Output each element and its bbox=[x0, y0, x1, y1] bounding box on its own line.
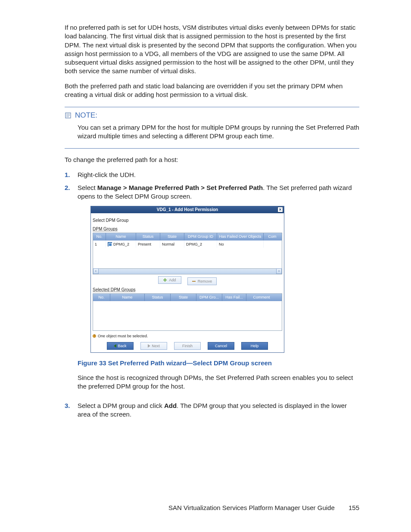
cell-groupid: DPMG_2 bbox=[184, 241, 217, 248]
step-text: Right-click the UDH. bbox=[78, 171, 359, 179]
text-run: Select a DPM group and click bbox=[78, 402, 164, 409]
table-header: No. Name Status State DPM Group ID Has F… bbox=[93, 233, 282, 240]
scroll-left-icon[interactable]: ‹ bbox=[93, 268, 99, 274]
col-groupid[interactable]: DPM Gro... bbox=[196, 294, 222, 301]
paragraph: Since the host is recognized through DPM… bbox=[78, 373, 359, 391]
table-row[interactable]: 1 DPMG_2 Present Normal DPMG_2 No bbox=[93, 240, 282, 248]
cell-failedover: No bbox=[217, 241, 264, 248]
help-label: Help bbox=[251, 343, 259, 348]
text-run: Select bbox=[78, 184, 97, 191]
divider bbox=[65, 148, 359, 149]
validation-message: One object must be selected. bbox=[93, 333, 282, 339]
minus-icon bbox=[192, 281, 196, 282]
col-comment[interactable]: Com bbox=[264, 233, 281, 240]
table-blank bbox=[93, 301, 282, 330]
scroll-right-icon[interactable]: › bbox=[276, 268, 282, 274]
cell-name-text: DPMG_2 bbox=[113, 242, 129, 246]
col-failedover[interactable]: Has Failed Over Objects bbox=[217, 233, 264, 240]
ordered-list: Right-click the UDH. Select Manage > Man… bbox=[65, 171, 359, 419]
note-heading: NOTE: bbox=[65, 111, 359, 121]
col-comment[interactable]: Comment bbox=[246, 294, 277, 301]
footer-title: SAN Virtualization Services Platform Man… bbox=[168, 504, 335, 511]
finish-button[interactable]: Finish bbox=[174, 342, 201, 350]
finish-label: Finish bbox=[182, 343, 193, 348]
next-label: Next bbox=[152, 343, 160, 348]
col-state[interactable]: State bbox=[160, 233, 184, 240]
next-button[interactable]: Next bbox=[140, 342, 167, 350]
cell-comment bbox=[264, 241, 281, 248]
warning-text: One object must be selected. bbox=[98, 333, 148, 339]
col-failedover[interactable]: Has Fail... bbox=[222, 294, 246, 301]
cancel-label: Cancel bbox=[215, 343, 227, 348]
dialog-window: VDG_1 - Add Host Permission × Select DPM… bbox=[90, 206, 284, 352]
page-footer: SAN Virtualization Services Platform Man… bbox=[0, 504, 411, 512]
back-button[interactable]: Back bbox=[107, 342, 134, 350]
paragraph: If no preferred path is set for UDH host… bbox=[65, 23, 359, 76]
dialog-titlebar: VDG_1 - Add Host Permission × bbox=[91, 206, 284, 213]
groups-label: DPM Groups bbox=[93, 226, 282, 232]
dpm-groups-table: No. Name Status State DPM Group ID Has F… bbox=[93, 233, 282, 274]
col-state[interactable]: State bbox=[171, 294, 196, 301]
text-run-bold: Add bbox=[164, 402, 177, 409]
step-text: Select Manage > Manage Preferred Path > … bbox=[78, 184, 359, 397]
lead-text: To change the preferred path for a host: bbox=[65, 156, 359, 164]
cancel-button[interactable]: Cancel bbox=[208, 342, 234, 350]
add-button-label: Add bbox=[169, 277, 176, 283]
col-groupid[interactable]: DPM Group ID bbox=[184, 233, 217, 240]
list-item: Select Manage > Manage Preferred Path > … bbox=[65, 184, 359, 397]
text-run-bold: Manage > Manage Preferred Path > Set Pre… bbox=[97, 184, 263, 191]
dialog-title-text: VDG_1 - Add Host Permission bbox=[157, 207, 218, 212]
note-icon bbox=[65, 112, 72, 119]
col-no[interactable]: No. bbox=[93, 233, 106, 240]
wizard-nav: Back Next Finish Cancel Help bbox=[93, 340, 282, 351]
paragraph: Both the preferred path and static load … bbox=[65, 82, 359, 100]
warning-icon bbox=[93, 334, 96, 338]
col-status[interactable]: Status bbox=[136, 233, 160, 240]
table-header: No. Name Status State DPM Gro... Has Fai… bbox=[93, 294, 282, 301]
col-no[interactable]: No. bbox=[93, 294, 110, 301]
back-label: Back bbox=[118, 343, 126, 348]
table-blank bbox=[93, 248, 282, 268]
figure-caption: Figure 33 Set Preferred Path wizard—Sele… bbox=[78, 359, 359, 367]
arrow-right-icon bbox=[148, 344, 150, 348]
step-text: Select a DPM group and click Add. The DP… bbox=[78, 401, 359, 419]
remove-button[interactable]: Remove bbox=[187, 277, 217, 285]
cell-name: DPMG_2 bbox=[106, 241, 136, 248]
section-label: Select DPM Group bbox=[93, 218, 282, 224]
remove-button-label: Remove bbox=[198, 279, 212, 284]
cell-state: Normal bbox=[160, 241, 184, 248]
col-status[interactable]: Status bbox=[145, 294, 171, 301]
divider bbox=[65, 107, 359, 107]
dialog-figure: VDG_1 - Add Host Permission × Select DPM… bbox=[90, 206, 359, 352]
h-scrollbar[interactable]: ‹ › bbox=[93, 268, 282, 274]
plus-icon bbox=[163, 278, 167, 282]
help-button[interactable]: Help bbox=[241, 342, 268, 350]
dpm-icon bbox=[108, 242, 112, 246]
cell-status: Present bbox=[136, 241, 160, 248]
list-item: Select a DPM group and click Add. The DP… bbox=[65, 401, 359, 419]
selected-groups-table: No. Name Status State DPM Gro... Has Fai… bbox=[93, 293, 282, 330]
close-icon[interactable]: × bbox=[277, 207, 283, 212]
list-item: Right-click the UDH. bbox=[65, 171, 359, 179]
add-button[interactable]: Add bbox=[158, 276, 181, 284]
arrow-left-icon bbox=[114, 344, 116, 348]
note-body: You can set a primary DPM for the host f… bbox=[78, 123, 359, 141]
cell-no: 1 bbox=[93, 241, 106, 248]
col-name[interactable]: Name bbox=[106, 233, 136, 240]
col-name[interactable]: Name bbox=[110, 294, 145, 301]
note-label: NOTE: bbox=[75, 111, 97, 121]
page-number: 155 bbox=[349, 504, 359, 512]
selected-groups-label: Selected DPM Groups bbox=[93, 287, 282, 293]
